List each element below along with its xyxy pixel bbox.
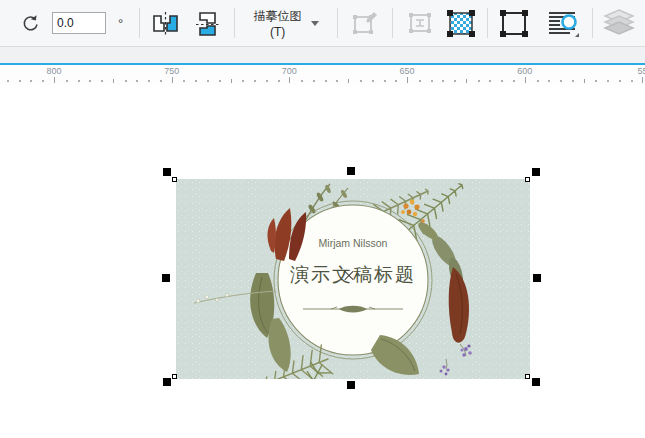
ruler-tick [419, 80, 421, 82]
ruler-tick [195, 80, 197, 82]
canvas[interactable]: Mirjam Nilsson 演示文稿标题 [0, 85, 645, 438]
wrap-text-button[interactable] [544, 7, 582, 40]
ruler-tick [125, 80, 127, 82]
ruler-tick [619, 80, 621, 82]
ruler-tick [642, 77, 643, 83]
degree-symbol: ° [118, 16, 123, 31]
ruler-tick [348, 79, 349, 83]
ruler-tick [66, 80, 68, 82]
ruler-tick [148, 80, 150, 82]
ruler-tick [301, 80, 303, 82]
ruler-tick [219, 80, 221, 82]
wrap-text-icon [546, 9, 580, 38]
ruler-tick [384, 80, 386, 82]
bitmap-corner-node[interactable] [525, 374, 530, 379]
rotate-ccw-icon [18, 11, 43, 36]
ruler-tick [266, 80, 268, 82]
ruler-label: 650 [400, 66, 415, 76]
resample-bitmap-button [403, 7, 437, 39]
ruler-tick [360, 80, 362, 82]
layers-icon [603, 9, 643, 37]
ruler-tick [289, 77, 290, 83]
selection-handle[interactable] [533, 274, 541, 282]
ruler-tick [42, 80, 44, 82]
toolbar-separator [487, 8, 488, 38]
toolbar-separator [337, 8, 338, 38]
ruler-tick [336, 80, 338, 82]
mirror-horizontal-button[interactable] [150, 10, 181, 37]
ruler-tick [489, 80, 491, 82]
ruler-tick [548, 80, 550, 82]
toolbar-separator [392, 8, 393, 38]
ruler-tick [560, 80, 562, 82]
bitmap-boundary-button[interactable] [443, 7, 479, 40]
bitmap-corner-node[interactable] [172, 177, 177, 182]
ruler-tick [395, 80, 397, 82]
ruler-tick [478, 80, 480, 82]
mirror-vertical-button[interactable] [193, 9, 222, 38]
bitmap-corner-node[interactable] [172, 374, 177, 379]
ruler-tick [101, 80, 103, 82]
ruler-tick [513, 80, 515, 82]
crop-frame-button[interactable] [496, 7, 532, 40]
ruler-label: 600 [517, 66, 532, 76]
mirror-vertical-icon [195, 11, 220, 36]
selection-handle[interactable] [347, 167, 355, 175]
trace-bitmap-button[interactable]: 描摹位图(T) [241, 2, 329, 45]
ruler-tick [525, 77, 526, 83]
ruler-tick [631, 80, 633, 82]
rotation-angle-input[interactable] [52, 12, 106, 34]
ruler-label: 800 [46, 66, 61, 76]
ruler-tick [372, 80, 374, 82]
ruler-tick [595, 80, 597, 82]
toolbar-separator [592, 8, 593, 38]
ruler-tick [607, 80, 609, 82]
coreldraw-window: ° 描摹位图(T) [0, 0, 645, 438]
selection-handle[interactable] [347, 381, 355, 389]
ruler-tick [54, 77, 55, 83]
ruler-tick [466, 79, 467, 83]
ruler-tick [325, 80, 327, 82]
resample-bitmap-icon [405, 9, 435, 37]
selection-handle[interactable] [163, 168, 171, 176]
ruler-tick [207, 80, 209, 82]
ruler-tick [78, 80, 80, 82]
ruler-tick [537, 80, 539, 82]
selection-handle[interactable] [163, 378, 171, 386]
ruler-label: 750 [164, 66, 179, 76]
ruler-tick [89, 80, 91, 82]
bitmap-boundary-icon [445, 9, 477, 38]
toolbar-separator [139, 8, 140, 38]
ruler-tick [160, 80, 162, 82]
selection-handle[interactable] [162, 274, 170, 282]
toolbar-separator [234, 8, 235, 38]
selection-handle[interactable] [532, 168, 540, 176]
bitmap-corner-node[interactable] [525, 177, 530, 182]
ruler-tick [572, 80, 574, 82]
ruler-tick [183, 80, 185, 82]
selection-handle[interactable] [532, 378, 540, 386]
ruler-tick [431, 80, 433, 82]
artwork-author-text: Mirjam Nilsson [319, 237, 388, 249]
horizontal-ruler[interactable]: 80075070065060055 [0, 65, 645, 85]
ruler-tick [442, 80, 444, 82]
ruler-tick [454, 80, 456, 82]
trace-bitmap-label: 描摹位图(T) [251, 8, 304, 39]
ruler-tick [30, 80, 32, 82]
ruler-tick [136, 80, 138, 82]
ruler-label: 700 [282, 66, 297, 76]
ruler-label: 55 [637, 66, 645, 76]
mirror-horizontal-icon [152, 12, 179, 35]
document-tab-strip [0, 47, 645, 63]
ruler-tick [242, 80, 244, 82]
property-bar: ° 描摹位图(T) [0, 0, 645, 47]
selection-center-marker[interactable] [344, 271, 354, 281]
crop-frame-icon [498, 9, 530, 38]
ruler-tick [278, 80, 280, 82]
ruler-tick [172, 77, 173, 83]
layers-button [601, 7, 645, 39]
ruler-tick [113, 79, 114, 83]
ruler-tick [584, 79, 585, 83]
edit-bitmap-icon [350, 9, 380, 37]
ruler-tick [254, 80, 256, 82]
